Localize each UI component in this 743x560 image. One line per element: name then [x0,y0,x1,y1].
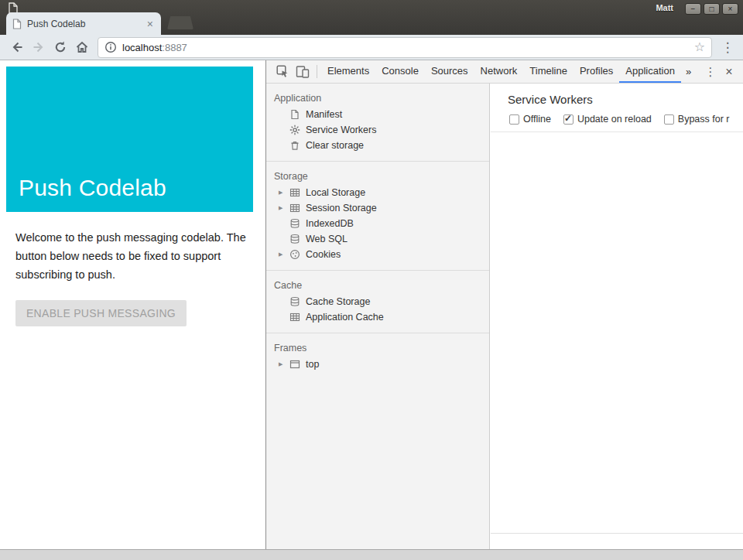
sidebar-section-storage: Storage ▶ Local Storage ▶ Session Sto [266,162,489,271]
close-icon: × [728,5,733,13]
frame-icon [289,358,301,370]
toolbar-divider [317,65,317,78]
devtools-sidebar: Application Manifest Service Worker [266,84,490,549]
tab-elements[interactable]: Elements [321,60,375,83]
sidebar-item-application-cache[interactable]: Application Cache [266,309,489,325]
offline-checkbox[interactable]: ✓ [509,114,519,125]
devtools-close-icon[interactable]: × [720,60,738,83]
tab-application[interactable]: Application [619,60,681,83]
more-tabs-chevron-icon[interactable]: » [681,60,696,83]
content-area: Push Codelab Welcome to the push messagi… [0,60,743,549]
table-icon [289,186,301,199]
trash-icon [289,139,301,152]
database-icon [289,295,301,308]
reload-button[interactable] [50,37,71,57]
url-host: localhost [122,42,162,53]
sidebar-item-service-workers[interactable]: Service Workers [266,122,489,138]
home-icon [75,40,89,54]
sidebar-section-cache: Cache Cache Storage Application Cac [266,271,489,333]
page-hero-title: Push Codelab [19,175,166,201]
url-text: localhost:8887 [122,42,187,53]
reload-icon [53,40,67,54]
tab-favicon-icon [12,19,22,29]
section-title: Application [266,90,489,107]
url-address-bar[interactable]: localhost:8887 ☆ [98,37,712,58]
service-workers-pane: Service Workers ✓ Offline ✓ Update on re… [491,84,743,549]
maximize-icon: □ [709,5,714,13]
checkbox-label[interactable]: Bypass for r [678,114,730,125]
forward-button[interactable] [28,37,50,57]
forward-arrow-icon [32,40,46,54]
disclosure-triangle-icon[interactable]: ▶ [279,190,289,196]
manifest-icon [289,108,301,121]
browser-menu-icon[interactable]: ⋮ [718,41,737,54]
table-icon [289,311,301,323]
section-title: Frames [266,340,489,357]
window-controls: − □ × [685,3,738,15]
tab-console[interactable]: Console [375,60,425,83]
browser-tab[interactable]: Push Codelab × [6,12,161,35]
table-icon [289,202,301,214]
tab-sources[interactable]: Sources [425,60,474,83]
page-intro-text: Welcome to the push messaging codelab. T… [15,228,250,284]
sidebar-item-session-storage[interactable]: ▶ Session Storage [266,200,489,216]
devtools-menu-icon[interactable]: ⋮ [701,60,720,83]
tab-timeline[interactable]: Timeline [523,60,574,83]
session-user-label: Matt [656,3,673,12]
bookmark-star-icon[interactable]: ☆ [694,41,705,53]
database-icon [289,233,301,245]
disclosure-triangle-icon[interactable]: ▶ [279,361,289,367]
inspect-cursor-icon [276,65,289,78]
tab-profiles[interactable]: Profiles [574,60,619,83]
sidebar-section-application: Application Manifest Service Worker [266,84,489,162]
navigation-toolbar: localhost:8887 ☆ ⋮ [0,35,743,60]
inspect-element-button[interactable] [272,60,293,83]
tab-title: Push Codelab [27,19,146,29]
web-page: Push Codelab Welcome to the push messagi… [0,60,253,549]
panel-title: Service Workers [491,84,743,106]
sidebar-item-local-storage[interactable]: ▶ Local Storage [266,185,489,200]
checkbox-label[interactable]: Update on reload [577,114,652,125]
device-toolbar-button[interactable] [293,60,313,83]
back-button[interactable] [6,37,28,57]
sidebar-item-web-sql[interactable]: Web SQL [266,231,489,247]
device-toolbar-icon [296,65,310,78]
enable-push-button[interactable]: ENABLE PUSH MESSAGING [15,300,187,326]
cookie-icon [289,248,301,261]
browser-window: Matt − □ × Push Codelab × [0,0,743,560]
bypass-for-network-option[interactable]: ✓ Bypass for r [664,114,730,125]
new-tab-button[interactable] [167,16,193,29]
site-info-icon[interactable] [104,41,117,53]
url-port: :8887 [162,42,187,53]
sidebar-item-indexeddb[interactable]: IndexedDB [266,216,489,231]
panel-footer-divider [491,533,743,534]
bypass-checkbox[interactable]: ✓ [664,114,674,125]
offline-option[interactable]: ✓ Offline [509,114,551,125]
maximize-button[interactable]: □ [704,3,720,15]
close-button[interactable]: × [722,3,738,15]
section-title: Cache [266,277,489,294]
home-button[interactable] [71,37,93,57]
sidebar-item-manifest[interactable]: Manifest [266,107,489,122]
tab-close-icon[interactable]: × [146,19,155,29]
page-hero-banner: Push Codelab [6,67,253,212]
sidebar-item-top-frame[interactable]: ▶ top [266,357,489,372]
gear-icon [289,124,301,136]
sidebar-item-cache-storage[interactable]: Cache Storage [266,294,489,309]
minimize-icon: − [691,5,696,13]
sidebar-item-clear-storage[interactable]: Clear storage [266,138,489,153]
checkbox-label[interactable]: Offline [523,114,551,125]
sidebar-section-frames: Frames ▶ top [266,333,489,380]
sidebar-item-cookies[interactable]: ▶ Cookies [266,247,489,262]
back-arrow-icon [10,40,24,54]
minimize-button[interactable]: − [685,3,701,15]
horizontal-scrollbar[interactable] [0,549,743,560]
update-on-reload-checkbox[interactable]: ✓ [563,114,574,125]
update-on-reload-option[interactable]: ✓ Update on reload [563,114,652,125]
disclosure-triangle-icon[interactable]: ▶ [279,205,289,211]
disclosure-triangle-icon[interactable]: ▶ [279,251,289,258]
devtools-toolbar: Elements Console Sources Network Timelin… [266,60,743,84]
tab-network[interactable]: Network [474,60,524,83]
titlebar: Matt − □ × Push Codelab × [0,0,743,35]
section-title: Storage [266,168,489,185]
